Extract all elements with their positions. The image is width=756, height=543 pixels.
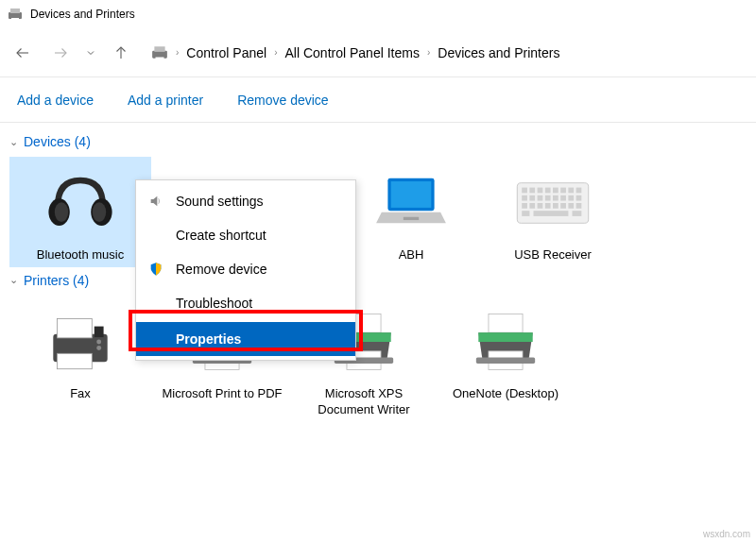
svg-point-11 — [55, 202, 68, 222]
devices-printers-icon — [8, 7, 23, 22]
svg-rect-34 — [529, 203, 535, 209]
svg-rect-1 — [10, 8, 20, 13]
devices-printers-icon — [151, 44, 168, 61]
blank-icon — [147, 295, 164, 312]
svg-rect-35 — [538, 203, 543, 209]
chevron-down-icon: ⌄ — [9, 136, 18, 148]
svg-rect-42 — [534, 211, 569, 216]
svg-rect-20 — [545, 188, 551, 194]
svg-rect-46 — [57, 353, 92, 368]
toolbar: Add a device Add a printer Remove device — [0, 77, 756, 123]
svg-rect-19 — [538, 188, 543, 194]
svg-rect-47 — [94, 326, 104, 336]
svg-rect-36 — [545, 203, 551, 209]
svg-rect-27 — [538, 195, 543, 201]
svg-rect-14 — [391, 181, 432, 208]
svg-rect-26 — [529, 195, 535, 201]
svg-rect-61 — [476, 357, 535, 364]
breadcrumb-devices-printers[interactable]: Devices and Printers — [438, 45, 559, 60]
devices-section-header[interactable]: ⌄ Devices (4) — [9, 134, 747, 149]
breadcrumb-separator: › — [274, 47, 277, 58]
svg-rect-30 — [560, 195, 566, 201]
svg-rect-45 — [57, 318, 92, 338]
ctx-remove-device[interactable]: Remove device — [136, 252, 355, 286]
svg-rect-18 — [529, 188, 535, 194]
device-usb-receiver[interactable]: USB Receiver — [482, 157, 624, 267]
svg-rect-28 — [545, 195, 551, 201]
ctx-label: Properties — [176, 331, 241, 347]
breadcrumb-all-items[interactable]: All Control Panel Items — [285, 45, 420, 60]
printers-section-title: Printers (4) — [24, 273, 89, 288]
svg-rect-40 — [576, 203, 582, 209]
device-label: Bluetooth music — [37, 247, 125, 263]
svg-rect-33 — [522, 203, 527, 209]
ctx-label: Remove device — [176, 262, 267, 277]
chevron-down-icon: ⌄ — [9, 274, 18, 286]
titlebar: Devices and Printers — [0, 0, 756, 28]
svg-point-49 — [96, 346, 101, 350]
arrow-up-icon — [112, 44, 129, 61]
printer-onenote[interactable]: OneNote (Desktop) — [435, 296, 576, 422]
breadcrumb: › Control Panel › All Control Panel Item… — [151, 44, 559, 61]
svg-point-12 — [93, 202, 106, 222]
ctx-sound-settings[interactable]: Sound settings — [136, 184, 355, 218]
ctx-label: Create shortcut — [176, 228, 266, 243]
svg-point-48 — [96, 339, 101, 344]
content: ⌄ Devices (4) Bluetooth music — [0, 123, 756, 428]
printer-fax[interactable]: Fax — [9, 296, 151, 422]
recent-button[interactable] — [81, 36, 100, 70]
svg-rect-17 — [522, 188, 527, 194]
printers-section-header[interactable]: ⌄ Printers (4) — [9, 273, 747, 288]
window-title: Devices and Printers — [30, 8, 135, 21]
chevron-down-icon — [85, 47, 96, 59]
svg-rect-8 — [156, 57, 164, 59]
svg-rect-29 — [553, 195, 558, 201]
svg-rect-41 — [522, 211, 529, 216]
svg-rect-38 — [560, 203, 566, 209]
printer-label: Microsoft Print to PDF — [162, 386, 282, 402]
ctx-properties[interactable]: Properties — [136, 322, 355, 356]
keyboard-icon — [510, 161, 595, 246]
devices-list: Bluetooth music ABH — [9, 157, 747, 267]
add-printer-button[interactable]: Add a printer — [128, 93, 203, 108]
forward-button[interactable] — [43, 36, 77, 70]
printer-icon — [463, 299, 548, 384]
add-device-button[interactable]: Add a device — [17, 93, 94, 108]
breadcrumb-separator: › — [427, 47, 430, 58]
svg-rect-39 — [568, 203, 574, 209]
blank-icon — [147, 331, 164, 348]
ctx-label: Sound settings — [176, 194, 264, 209]
device-label: USB Receiver — [514, 247, 592, 263]
device-bluetooth-music[interactable]: Bluetooth music — [9, 157, 151, 267]
shield-icon — [147, 261, 164, 278]
arrow-right-icon — [52, 44, 69, 61]
svg-rect-2 — [11, 18, 19, 20]
svg-rect-37 — [553, 203, 558, 209]
watermark: wsxdn.com — [703, 529, 750, 539]
svg-rect-59 — [478, 332, 532, 342]
printer-label: OneNote (Desktop) — [453, 386, 558, 402]
speaker-icon — [147, 193, 164, 210]
svg-rect-0 — [9, 12, 22, 19]
devices-section-title: Devices (4) — [24, 134, 91, 149]
breadcrumb-control-panel[interactable]: Control Panel — [186, 45, 266, 60]
blank-icon — [147, 227, 164, 244]
svg-rect-31 — [568, 195, 574, 201]
headphones-icon — [38, 161, 123, 246]
svg-rect-25 — [522, 195, 527, 201]
printers-list: Fax Microsoft Print to PDF — [9, 296, 747, 422]
ctx-create-shortcut[interactable]: Create shortcut — [136, 218, 355, 252]
ctx-troubleshoot[interactable]: Troubleshoot — [136, 286, 355, 320]
ctx-label: Troubleshoot — [176, 296, 252, 311]
svg-rect-22 — [560, 188, 566, 194]
svg-rect-7 — [154, 46, 164, 52]
laptop-icon — [369, 161, 454, 246]
device-label: ABH — [399, 247, 424, 263]
back-button[interactable] — [6, 36, 40, 70]
up-button[interactable] — [104, 36, 138, 70]
remove-device-button[interactable]: Remove device — [237, 93, 329, 108]
svg-rect-15 — [404, 217, 419, 220]
navbar: › Control Panel › All Control Panel Item… — [0, 28, 756, 77]
svg-rect-6 — [152, 50, 167, 58]
device-abh[interactable]: ABH — [340, 157, 482, 267]
